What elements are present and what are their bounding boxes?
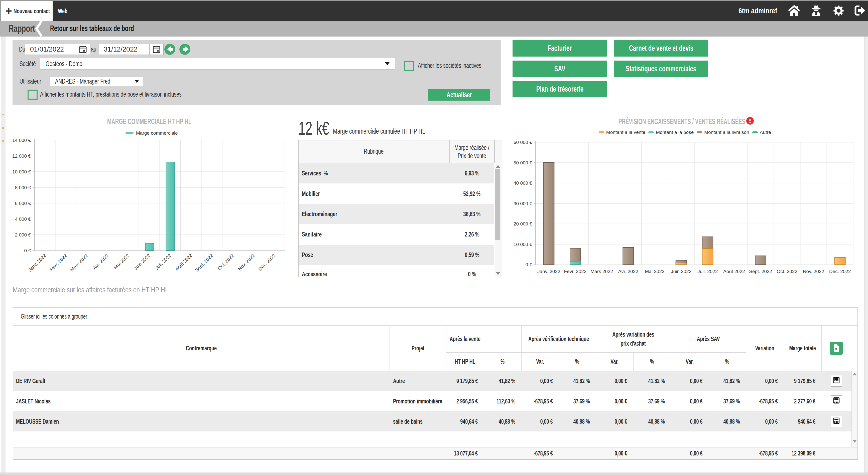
svg-text:Juin 2022: Juin 2022: [133, 253, 151, 271]
svg-text:40 000 €: 40 000 €: [514, 180, 532, 186]
svg-text:Juin 2022: Juin 2022: [671, 269, 691, 274]
svg-text:4 000 €: 4 000 €: [15, 216, 31, 222]
svg-text:Oct. 2022: Oct. 2022: [777, 269, 797, 274]
svg-text:Mars 2022: Mars 2022: [590, 269, 613, 274]
svg-text:Déc. 2022: Déc. 2022: [257, 253, 277, 272]
svg-text:8 000 €: 8 000 €: [15, 185, 31, 190]
svg-text:MARGE COMMERCIALE HT HP HL: MARGE COMMERCIALE HT HP HL: [107, 117, 191, 126]
svg-text:Avr. 2022: Avr. 2022: [92, 253, 110, 271]
svg-text:Oct. 2022: Oct. 2022: [217, 253, 235, 271]
svg-text:Janv. 2022: Janv. 2022: [27, 253, 47, 273]
svg-text:Nov. 2022: Nov. 2022: [237, 253, 256, 272]
svg-text:Marge commerciale: Marge commerciale: [136, 130, 178, 136]
svg-text:Sept. 2022: Sept. 2022: [194, 253, 214, 273]
svg-text:Mai 2022: Mai 2022: [113, 253, 130, 270]
svg-text:50 000 €: 50 000 €: [514, 160, 532, 165]
svg-text:Déc. 2022: Déc. 2022: [829, 269, 851, 274]
svg-text:20 000 €: 20 000 €: [514, 221, 532, 227]
svg-text:PRÉVISION ENCAISSEMENTS / VENT: PRÉVISION ENCAISSEMENTS / VENTES RÉALISÉ…: [619, 116, 745, 126]
svg-text:Sept. 2022: Sept. 2022: [749, 269, 772, 274]
svg-text:60 000 €: 60 000 €: [514, 140, 532, 145]
svg-text:Mai 2022: Mai 2022: [645, 269, 664, 274]
svg-text:0 €: 0 €: [526, 262, 532, 267]
svg-text:x: x: [835, 347, 837, 351]
svg-text:Févr. 2022: Févr. 2022: [48, 253, 68, 272]
svg-text:Avr. 2022: Avr. 2022: [618, 269, 638, 274]
svg-text:30 000 €: 30 000 €: [514, 201, 532, 206]
svg-text:10 000 €: 10 000 €: [12, 169, 31, 174]
svg-text:Juil. 2022: Juil. 2022: [154, 253, 172, 271]
svg-text:Août 2022: Août 2022: [723, 269, 745, 274]
svg-text:14 000 €: 14 000 €: [12, 138, 31, 143]
svg-text:12 000 €: 12 000 €: [12, 154, 31, 159]
svg-text:Nov. 2022: Nov. 2022: [803, 269, 824, 274]
svg-text:10 000 €: 10 000 €: [514, 242, 532, 247]
svg-text:Févr. 2022: Févr. 2022: [564, 269, 587, 274]
svg-text:6 000 €: 6 000 €: [15, 201, 31, 206]
svg-text:0 €: 0 €: [24, 248, 31, 253]
svg-text:2 000 €: 2 000 €: [15, 232, 31, 238]
svg-text:Juil. 2022: Juil. 2022: [698, 269, 718, 274]
svg-text:Mars 2022: Mars 2022: [69, 253, 89, 272]
svg-text:Août 2022: Août 2022: [174, 253, 193, 272]
svg-text:Janv. 2022: Janv. 2022: [537, 269, 560, 274]
